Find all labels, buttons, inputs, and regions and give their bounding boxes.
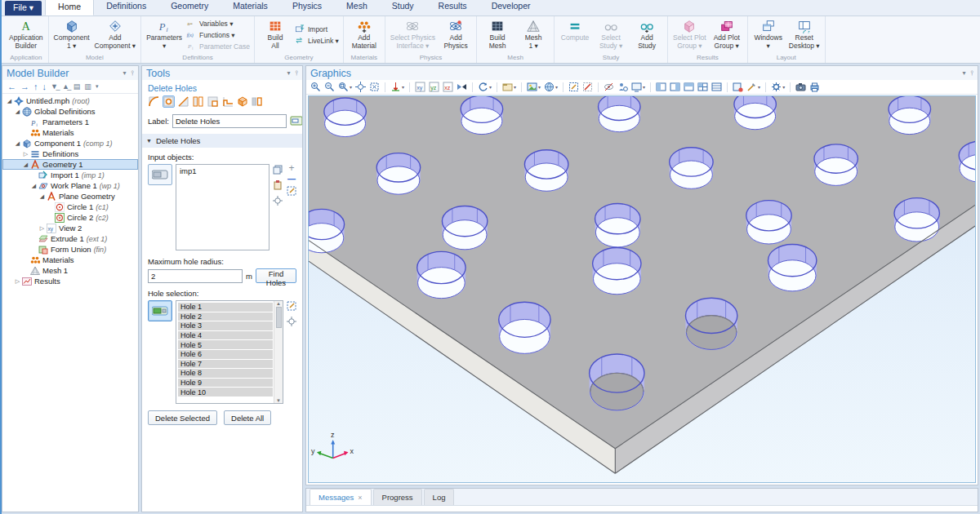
- pin-icon[interactable]: ⫯: [131, 69, 134, 78]
- param-case-button[interactable]: PiParameter Case: [186, 42, 250, 52]
- tree-item-extrude-1[interactable]: Extrude 1(ext 1): [2, 233, 138, 244]
- label-input[interactable]: [172, 114, 287, 128]
- active-selection-button[interactable]: [148, 300, 172, 321]
- add-plot-button[interactable]: Add Plot Group ▾: [709, 17, 745, 53]
- snapshot-icon[interactable]: ▾: [526, 82, 541, 92]
- plate-hole[interactable]: [595, 203, 640, 247]
- plate-hole[interactable]: [499, 302, 550, 354]
- component-button[interactable]: Component 1 ▾: [51, 17, 92, 53]
- paste-selection-icon[interactable]: [273, 180, 283, 192]
- tree-item-view-2[interactable]: ▷xyView 2: [2, 223, 138, 233]
- fit-window-icon[interactable]: [368, 82, 381, 92]
- zoom-extents-icon[interactable]: [354, 82, 367, 92]
- tree-expander-icon[interactable]: ◢: [6, 98, 13, 104]
- app-builder-button[interactable]: AApplication Builder: [7, 17, 46, 53]
- forward-icon[interactable]: →: [20, 82, 29, 91]
- hole-list-item[interactable]: Hole 8: [178, 369, 273, 378]
- tree-expander-icon[interactable]: ◢: [22, 162, 29, 168]
- tree-filter-icon[interactable]: ▥: [84, 82, 91, 91]
- windows-button[interactable]: Windows ▾: [751, 17, 786, 53]
- pane-2-icon[interactable]: [669, 82, 681, 92]
- tree-item-materials[interactable]: Materials: [2, 127, 138, 138]
- select-box-icon[interactable]: [568, 82, 580, 92]
- messages-tab-messages[interactable]: Messages×: [310, 489, 372, 505]
- plate-hole[interactable]: [461, 96, 502, 135]
- tree-expander-icon[interactable]: ◢: [14, 109, 21, 115]
- plate-hole[interactable]: [734, 96, 776, 130]
- camera-icon[interactable]: [795, 82, 807, 92]
- copy-selection-icon[interactable]: [273, 165, 283, 176]
- move-up-icon[interactable]: ↑: [33, 82, 38, 91]
- input-objects-list[interactable]: imp1: [176, 164, 270, 250]
- add-study-button[interactable]: Add Study: [629, 17, 665, 53]
- physics-gray-button[interactable]: Select Physics Interface ▾: [388, 17, 438, 53]
- tree-item-geometry-1[interactable]: ◢Geometry 1: [2, 159, 138, 170]
- view-yz-icon[interactable]: yz: [428, 82, 440, 92]
- expand-all-icon[interactable]: ▲̲: [62, 82, 69, 91]
- plate-hole[interactable]: [309, 209, 345, 253]
- environment-icon[interactable]: ▾: [543, 82, 559, 92]
- plate-hole[interactable]: [814, 144, 858, 186]
- close-icon[interactable]: ×: [358, 494, 362, 502]
- move-down-icon[interactable]: ↓: [42, 82, 47, 91]
- plate-hole[interactable]: [590, 354, 644, 411]
- pane-4-icon[interactable]: [697, 82, 709, 92]
- hole-list-item[interactable]: Hole 4: [178, 331, 273, 340]
- rotate-icon[interactable]: ▾: [477, 82, 492, 92]
- tree-item-definitions[interactable]: ▷Definitions: [2, 148, 138, 159]
- ribbon-tab-definitions[interactable]: Definitions: [94, 0, 158, 16]
- delete-fillets-icon[interactable]: [148, 95, 160, 108]
- remove-from-selection-icon[interactable]: —: [287, 176, 296, 182]
- pane-5-icon[interactable]: [710, 82, 723, 92]
- deselect-icon[interactable]: [581, 82, 594, 92]
- ribbon-tab-developer[interactable]: Developer: [479, 0, 543, 16]
- hole-list-item[interactable]: Hole 9: [178, 379, 273, 388]
- panel-menu-icon[interactable]: ▾: [287, 69, 291, 77]
- parameters-button[interactable]: PiParameters ▾: [144, 17, 185, 53]
- zoom-select-icon[interactable]: [617, 82, 629, 92]
- select-study-button[interactable]: Select Study ▾: [593, 17, 629, 53]
- plot-settings-icon[interactable]: [732, 82, 744, 92]
- tree-item-circle-2[interactable]: Circle 2(c2): [2, 212, 138, 223]
- rename-icon[interactable]: [290, 115, 302, 128]
- compute-button[interactable]: Compute: [557, 17, 593, 53]
- pane-1-icon[interactable]: [655, 82, 667, 92]
- plate-hole[interactable]: [685, 298, 737, 350]
- hole-list-item[interactable]: Hole 5: [178, 340, 273, 349]
- hole-list-item[interactable]: Hole 6: [178, 350, 273, 359]
- pin-icon[interactable]: ⫯: [971, 69, 973, 78]
- build-all-button[interactable]: Build All: [257, 17, 293, 53]
- delete-chamfers-icon[interactable]: [177, 95, 189, 108]
- zoom-to-selection-icon[interactable]: [287, 317, 296, 328]
- delete-short-edges-icon[interactable]: [192, 95, 204, 108]
- tree-expander-icon[interactable]: ▷: [22, 151, 29, 157]
- plate-hole[interactable]: [670, 148, 713, 189]
- hide-icon[interactable]: [603, 82, 615, 92]
- plate-hole[interactable]: [889, 96, 930, 135]
- import-button[interactable]: Import: [295, 24, 339, 35]
- file-menu-button[interactable]: File ▾: [5, 1, 42, 16]
- tools-icon[interactable]: ▾: [746, 82, 761, 92]
- add-to-selection-icon[interactable]: +: [288, 165, 294, 172]
- messages-tab-log[interactable]: Log: [424, 489, 455, 505]
- view-xy-icon[interactable]: xy: [414, 82, 426, 92]
- create-selection-icon[interactable]: [287, 186, 296, 197]
- tree-expander-icon[interactable]: ▷: [38, 225, 46, 232]
- variables-button[interactable]: a=Variables ▾: [186, 19, 250, 29]
- tree-item-import-1[interactable]: Import 1(imp 1): [2, 170, 138, 180]
- tree-item-untitled-mph[interactable]: ◢Untitled.mph(root): [2, 95, 138, 106]
- collapse-all-icon[interactable]: ▼̲: [51, 82, 58, 91]
- scene-icon[interactable]: ▾: [501, 82, 517, 92]
- tree-item-mesh-1[interactable]: Mesh 1: [2, 265, 138, 276]
- plate-hole[interactable]: [417, 251, 466, 299]
- tree-expander-icon[interactable]: ◢: [38, 193, 46, 200]
- scrollbar-thumb[interactable]: [276, 307, 282, 328]
- tree-expander-icon[interactable]: ◢: [14, 140, 21, 147]
- add-component-button[interactable]: Add Component ▾: [92, 17, 139, 53]
- delete-holes-icon[interactable]: [163, 95, 175, 108]
- reset-desktop-button[interactable]: Reset Desktop ▾: [786, 17, 822, 53]
- ribbon-tab-study[interactable]: Study: [380, 0, 426, 16]
- tree-item-circle-1[interactable]: Circle 1(c1): [2, 202, 138, 212]
- activate-selection-button[interactable]: [148, 164, 172, 185]
- panel-menu-icon[interactable]: ▾: [963, 69, 966, 77]
